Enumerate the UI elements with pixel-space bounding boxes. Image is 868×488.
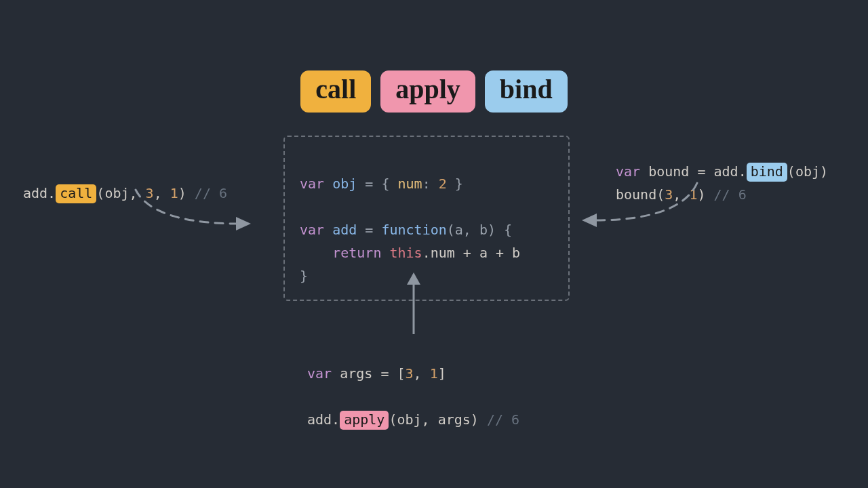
text: , — [673, 186, 689, 203]
definition-box: var obj = { num: 2 } var add = function(… — [283, 136, 570, 301]
number-literal: 2 — [439, 176, 447, 192]
prop-num: num — [398, 176, 422, 192]
punct: : — [422, 176, 439, 192]
text: = add. — [689, 163, 746, 180]
badge-bind: bind — [485, 70, 568, 113]
text: add. — [307, 411, 340, 428]
number-literal: 3 — [406, 365, 414, 382]
number-literal: 1 — [430, 365, 438, 382]
brace-close: } — [300, 268, 308, 284]
bind-example: var bound = add.bind(obj) bound(3, 1) //… — [616, 137, 828, 206]
text: ) — [697, 186, 705, 203]
punct: = { — [357, 176, 397, 192]
expr-rest: .num + a + b — [422, 245, 521, 261]
identifier-obj: obj — [332, 176, 357, 192]
keyword-var: var — [616, 163, 640, 180]
badge-apply: apply — [380, 70, 475, 113]
svg-marker-1 — [582, 214, 597, 227]
identifier-add: add — [332, 222, 357, 238]
highlight-bind: bind — [747, 163, 787, 182]
highlight-call: call — [56, 184, 96, 203]
number-literal: 1 — [689, 186, 697, 203]
keyword-var: var — [307, 365, 332, 382]
text: add. — [23, 185, 56, 201]
identifier-args: args — [340, 365, 372, 382]
text: , — [154, 185, 170, 201]
keyword-var: var — [300, 222, 324, 238]
keyword-this: this — [389, 245, 422, 261]
text: bound( — [616, 186, 665, 203]
keyword-var: var — [300, 176, 324, 192]
text: ) — [178, 185, 186, 201]
svg-marker-0 — [236, 217, 251, 230]
text: (obj, args) — [389, 411, 478, 428]
keyword-function: function — [381, 222, 446, 238]
highlight-apply: apply — [340, 411, 389, 430]
comment: // 6 — [479, 411, 519, 428]
apply-example: var args = [3, 1] add.apply(obj, args) /… — [307, 339, 519, 431]
text: , — [414, 365, 430, 382]
text: ] — [438, 365, 446, 382]
punct: (a, b) { — [447, 222, 512, 238]
number-literal: 3 — [146, 185, 154, 201]
text: (obj, — [96, 185, 145, 201]
number-literal: 3 — [665, 186, 673, 203]
call-example: add.call(obj, 3, 1) // 6 — [23, 159, 227, 205]
text: (obj) — [787, 163, 828, 180]
keyword-return: return — [332, 245, 381, 261]
badge-call: call — [300, 70, 371, 113]
number-literal: 1 — [170, 185, 178, 201]
identifier-bound: bound — [648, 163, 689, 180]
comment: // 6 — [705, 186, 746, 203]
punct: } — [447, 176, 463, 192]
comment: // 6 — [186, 185, 227, 201]
punct: = — [357, 222, 381, 238]
text: = [ — [372, 365, 405, 382]
method-badges: call apply bind — [0, 70, 868, 113]
